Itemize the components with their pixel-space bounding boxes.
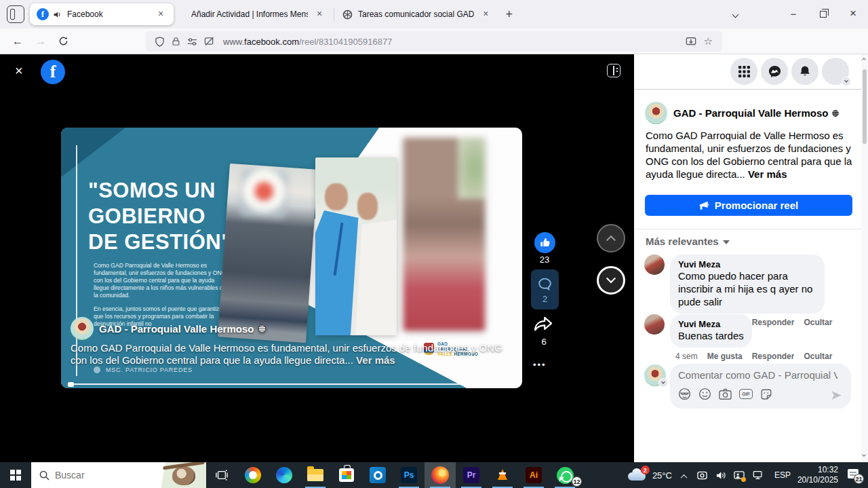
- page-name[interactable]: GAD - Parroquial Valle Hermoso: [673, 107, 828, 119]
- caption-see-more[interactable]: Ver más: [356, 354, 395, 366]
- comment-composer[interactable]: GIF: [670, 364, 851, 409]
- task-view-button[interactable]: [206, 462, 237, 488]
- screen-share-icon[interactable]: [734, 470, 745, 481]
- sort-comments-dropdown[interactable]: Más relevantes: [646, 236, 730, 247]
- page-info-row[interactable]: GAD - Parroquial Valle Hermoso: [645, 102, 840, 124]
- tray-expand-chevron-icon[interactable]: [680, 474, 687, 481]
- video-progress-bar[interactable]: [68, 383, 515, 386]
- forward-button[interactable]: →: [35, 35, 46, 48]
- search-highlight-image[interactable]: [161, 462, 206, 488]
- network-icon[interactable]: [753, 470, 764, 480]
- reload-button[interactable]: [58, 36, 68, 46]
- send-comment-icon[interactable]: [830, 389, 843, 402]
- lock-icon[interactable]: [172, 37, 180, 46]
- avatar-sticker-icon[interactable]: [678, 388, 691, 400]
- page-scrollbar[interactable]: [861, 54, 868, 462]
- like-button[interactable]: [534, 232, 555, 253]
- messenger-button[interactable]: [761, 58, 788, 85]
- next-reel-button[interactable]: [597, 266, 625, 295]
- reel-page-header[interactable]: GAD - Parroquial Valle Hermoso: [71, 317, 267, 340]
- taskbar-search[interactable]: [31, 462, 206, 488]
- volume-icon[interactable]: [715, 470, 726, 481]
- taskbar-outlook[interactable]: [362, 462, 393, 488]
- comment-author[interactable]: Yuvi Meza: [678, 319, 744, 329]
- taskbar-premiere[interactable]: Pr: [456, 462, 487, 488]
- language-indicator[interactable]: ESP: [774, 470, 791, 480]
- taskbar-copilot[interactable]: [237, 462, 269, 488]
- taskbar-whatsapp[interactable]: 12: [549, 462, 580, 488]
- taskbar-microsoft-store[interactable]: [331, 462, 362, 488]
- apps-menu-button[interactable]: [730, 58, 757, 85]
- shield-icon[interactable]: [155, 37, 165, 47]
- reel-video[interactable]: "SOMOS UN GOBIERNO DE GESTIÓN" Como GAD …: [61, 128, 522, 388]
- share-button[interactable]: [533, 314, 555, 334]
- window-restore-button[interactable]: [808, 8, 838, 20]
- notification-center-button[interactable]: 21: [846, 469, 861, 481]
- clock[interactable]: 10:32 20/10/2025: [797, 465, 838, 485]
- new-tab-button[interactable]: +: [498, 7, 519, 22]
- window-minimize-button[interactable]: −: [778, 8, 808, 20]
- notifications-button[interactable]: [791, 58, 818, 85]
- taskbar-vlc[interactable]: [487, 462, 518, 488]
- commenter-avatar[interactable]: [644, 314, 665, 335]
- scroll-up-icon[interactable]: [862, 58, 866, 62]
- window-close-button[interactable]: ×: [838, 7, 868, 20]
- quote-line-3: DE GESTIÓN": [88, 229, 231, 255]
- comment-reply-link[interactable]: Responder: [752, 352, 795, 361]
- vlc-icon: [495, 468, 510, 483]
- reel-page-name[interactable]: GAD - Parroquial Valle Hermoso: [99, 323, 254, 335]
- promote-reel-button[interactable]: Promocionar reel: [645, 195, 852, 216]
- bookmark-star-icon[interactable]: ☆: [704, 35, 713, 48]
- comment-time[interactable]: 4 sem: [675, 352, 698, 361]
- megaphone-icon: [699, 201, 710, 210]
- url-text[interactable]: www.facebook.com/reel/831041905916877: [223, 37, 682, 47]
- facebook-logo[interactable]: f: [41, 60, 65, 84]
- page-avatar[interactable]: [645, 102, 667, 124]
- tab-facebook[interactable]: f Facebook ×: [30, 3, 174, 25]
- see-more-link[interactable]: Ver más: [748, 168, 787, 180]
- tray-app-icon[interactable]: [697, 470, 707, 481]
- save-page-icon[interactable]: [686, 37, 696, 47]
- scrollbar-thumb[interactable]: [863, 69, 867, 144]
- comment-like-link[interactable]: Me gusta: [707, 352, 743, 361]
- page-avatar[interactable]: [71, 317, 94, 340]
- tab-close-icon[interactable]: ×: [313, 8, 326, 20]
- url-bar[interactable]: www.facebook.com/reel/831041905916877 ☆: [146, 31, 722, 52]
- autoplay-blocked-icon[interactable]: [204, 37, 214, 46]
- collapse-panel-icon[interactable]: [607, 64, 620, 77]
- tab-close-icon[interactable]: ×: [479, 8, 492, 20]
- permissions-icon[interactable]: [187, 37, 197, 46]
- tab-close-icon[interactable]: ×: [155, 8, 167, 20]
- firefox-view-icon[interactable]: [7, 5, 24, 23]
- taskbar-illustrator[interactable]: Ai: [518, 462, 549, 488]
- gif-icon[interactable]: GIF: [739, 389, 753, 399]
- comment-author[interactable]: Yuvi Meza: [678, 259, 816, 269]
- more-options-button[interactable]: •••: [533, 360, 547, 370]
- profile-avatar[interactable]: [822, 58, 849, 85]
- commenter-avatar[interactable]: [644, 255, 665, 275]
- weather-icon[interactable]: 2: [627, 468, 647, 482]
- back-button[interactable]: ←: [12, 35, 23, 48]
- taskbar-photoshop[interactable]: Ps: [393, 462, 425, 488]
- close-reel-icon[interactable]: ×: [15, 63, 23, 79]
- sticker-icon[interactable]: [760, 388, 772, 400]
- list-tabs-chevron-icon[interactable]: [733, 7, 738, 20]
- comment-hide-link[interactable]: Ocultar: [804, 352, 832, 361]
- comment-input[interactable]: [678, 369, 837, 381]
- tab-informes[interactable]: Añadir Actividad | Informes Mensua ×: [179, 3, 332, 25]
- start-button[interactable]: [0, 462, 31, 488]
- taskbar-file-explorer[interactable]: [300, 462, 331, 488]
- search-input[interactable]: [55, 470, 136, 481]
- emoji-smiley-icon[interactable]: [698, 388, 711, 400]
- scroll-down-icon[interactable]: [862, 453, 866, 457]
- composer-avatar[interactable]: [644, 364, 666, 386]
- messenger-icon: [768, 64, 782, 79]
- temperature[interactable]: 25°C: [652, 470, 672, 481]
- taskbar-firefox[interactable]: [425, 462, 456, 488]
- tab-audio-icon[interactable]: [53, 10, 62, 19]
- tab-tareas[interactable]: Tareas comunicador social GAD ×: [336, 3, 498, 25]
- previous-reel-button[interactable]: [597, 224, 625, 252]
- taskbar-edge[interactable]: [269, 462, 300, 488]
- camera-icon[interactable]: [719, 388, 732, 400]
- comments-button[interactable]: 2: [531, 269, 559, 309]
